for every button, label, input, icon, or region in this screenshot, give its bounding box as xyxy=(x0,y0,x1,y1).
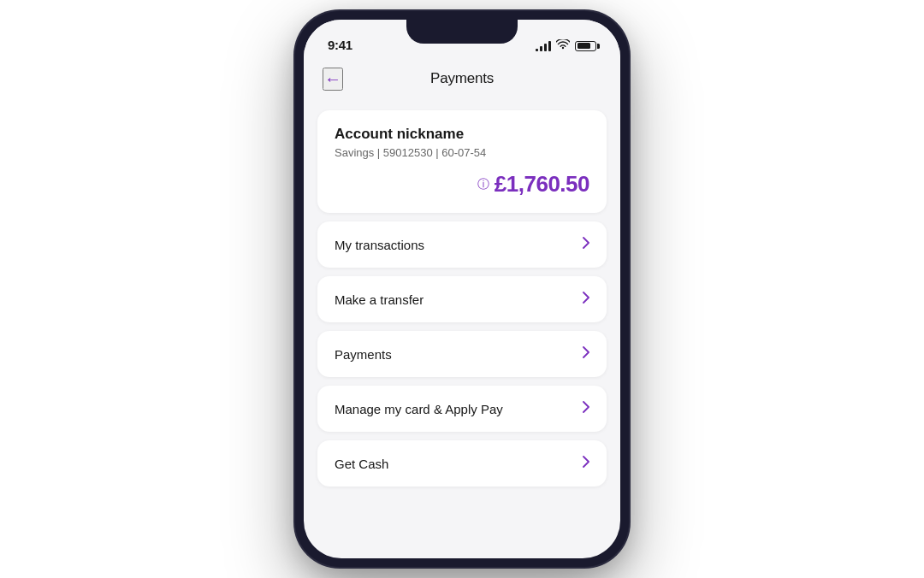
content-fade xyxy=(312,507,612,550)
menu-list: My transactions Make a transfer xyxy=(317,221,607,487)
account-card[interactable]: Account nickname Savings | 59012530 | 60… xyxy=(317,110,607,213)
menu-item-my-transactions[interactable]: My transactions xyxy=(317,221,607,268)
phone-notch xyxy=(406,20,518,44)
status-time: 9:41 xyxy=(328,38,352,52)
phone-screen: 9:41 xyxy=(304,20,620,558)
chevron-right-icon xyxy=(583,456,589,471)
battery-icon xyxy=(575,41,596,51)
account-nickname: Account nickname xyxy=(335,126,589,143)
menu-item-label: Get Cash xyxy=(335,457,388,471)
status-icons xyxy=(536,39,596,52)
chevron-right-icon xyxy=(583,346,589,362)
balance-info-icon: ⓘ xyxy=(477,177,489,192)
menu-item-payments[interactable]: Payments xyxy=(317,331,607,377)
signal-icon xyxy=(536,41,551,51)
main-content: Account nickname Savings | 59012530 | 60… xyxy=(304,100,620,497)
chevron-right-icon xyxy=(583,401,589,416)
menu-item-label: My transactions xyxy=(335,238,424,252)
nav-header: ← Payments xyxy=(304,57,620,100)
chevron-right-icon xyxy=(583,237,589,252)
menu-item-label: Make a transfer xyxy=(335,292,424,307)
menu-item-make-transfer[interactable]: Make a transfer xyxy=(317,276,607,322)
menu-item-get-cash[interactable]: Get Cash xyxy=(317,440,607,487)
page-title: Payments xyxy=(430,70,494,87)
menu-item-manage-card[interactable]: Manage my card & Apply Pay xyxy=(317,386,607,432)
chevron-right-icon xyxy=(583,292,589,307)
phone-wrapper: 9:41 xyxy=(295,11,629,567)
back-button[interactable]: ← xyxy=(323,68,343,91)
account-balance: ⓘ £1,760.50 xyxy=(335,171,589,198)
balance-amount: £1,760.50 xyxy=(495,171,589,198)
menu-item-label: Manage my card & Apply Pay xyxy=(335,402,503,416)
menu-item-label: Payments xyxy=(335,347,392,362)
account-details: Savings | 59012530 | 60-07-54 xyxy=(335,146,589,159)
wifi-icon xyxy=(556,39,570,52)
